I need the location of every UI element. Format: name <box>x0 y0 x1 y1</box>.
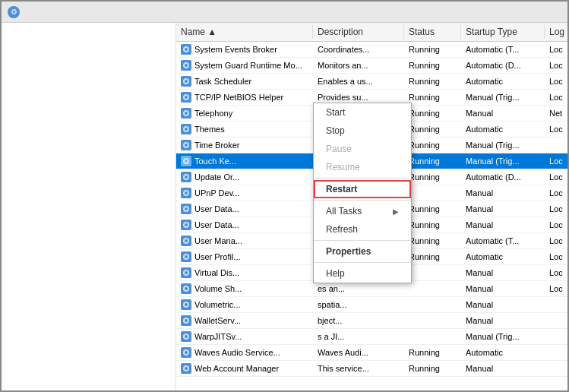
td-startup: Automatic (T... <box>461 43 545 56</box>
td-description: s a JI... <box>313 330 404 343</box>
td-log: Loc <box>545 58 567 72</box>
td-log: Loc <box>545 282 567 296</box>
table-row[interactable]: Web Account Manager This service... Runn… <box>176 361 567 377</box>
separator-3 <box>314 240 411 241</box>
td-status: Running <box>404 74 461 88</box>
td-log <box>545 314 567 327</box>
td-log: Loc <box>545 154 567 168</box>
td-log: Loc <box>545 170 567 184</box>
td-log: Loc <box>545 43 567 56</box>
td-name: Update Or... <box>176 170 313 184</box>
table-row[interactable]: Task Scheduler Enables a us... Running A… <box>176 74 567 90</box>
td-status: Running <box>404 122 461 136</box>
td-name: Telephony <box>176 106 313 120</box>
td-status: Running <box>404 90 461 104</box>
td-name: User Data... <box>176 202 313 216</box>
title-bar-icon: ⚙ <box>8 6 20 18</box>
table-row[interactable]: System Guard Runtime Mo... Monitors an..… <box>176 58 567 74</box>
td-startup: Automatic (D... <box>461 170 545 184</box>
svg-point-31 <box>185 287 188 290</box>
context-menu-help[interactable]: Help <box>314 264 411 283</box>
table-row[interactable]: WalletServ... bject... Manual <box>176 313 567 329</box>
context-menu-stop[interactable]: Stop <box>314 122 411 140</box>
col-name: Name ▲ <box>176 25 313 39</box>
td-status: Running <box>404 218 461 232</box>
td-status: Running <box>404 234 461 248</box>
svg-point-9 <box>185 112 188 115</box>
title-bar: ⚙ <box>2 2 567 23</box>
td-log <box>545 362 567 375</box>
context-menu-restart[interactable]: Restart <box>314 180 411 198</box>
context-menu-refresh[interactable]: Refresh <box>314 220 411 239</box>
td-name: Volume Sh... <box>176 282 313 296</box>
all-tasks-arrow: ▶ <box>393 207 399 216</box>
context-menu-all-tasks[interactable]: All Tasks ▶ <box>314 202 411 220</box>
td-name: Volumetric... <box>176 298 313 311</box>
svg-point-27 <box>185 255 188 258</box>
td-status <box>404 330 461 343</box>
td-status: Running <box>404 250 461 264</box>
main-content: Name ▲ Description Status Startup Type L… <box>2 23 567 390</box>
sidebar <box>2 23 176 390</box>
separator-2 <box>314 200 411 201</box>
td-startup: Manual (Trig... <box>461 330 545 343</box>
td-status: Running <box>404 170 461 184</box>
td-status <box>404 266 461 280</box>
td-log: Loc <box>545 186 567 200</box>
separator-1 <box>314 178 411 179</box>
svg-point-25 <box>185 239 188 242</box>
td-log: Loc <box>545 122 567 136</box>
table-row[interactable]: Volumetric... spatia... Manual <box>176 297 567 313</box>
td-log: Loc <box>545 202 567 216</box>
td-status: Running <box>404 154 461 168</box>
svg-point-5 <box>185 80 188 83</box>
separator-4 <box>314 262 411 263</box>
context-menu-resume: Resume <box>314 158 411 176</box>
col-status: Status <box>404 25 461 39</box>
td-description: Enables a us... <box>313 74 404 88</box>
td-log: Net <box>545 106 567 120</box>
context-menu-properties[interactable]: Properties <box>314 242 411 261</box>
svg-point-11 <box>185 128 188 131</box>
td-log <box>545 346 567 359</box>
td-description: Waves Audi... <box>313 346 404 359</box>
td-startup: Manual <box>461 314 545 327</box>
svg-point-15 <box>185 160 188 163</box>
svg-point-7 <box>185 96 188 99</box>
svg-point-19 <box>185 191 188 194</box>
table-row[interactable]: System Events Broker Coordinates... Runn… <box>176 42 567 58</box>
td-name: Time Broker <box>176 138 313 152</box>
td-log: Loc <box>545 250 567 264</box>
td-description: Monitors an... <box>313 58 404 72</box>
td-startup: Automatic <box>461 346 545 359</box>
td-startup: Manual (Trig... <box>461 90 545 104</box>
td-name: UPnP Dev... <box>176 186 313 200</box>
td-log <box>545 298 567 311</box>
table-row[interactable]: Waves Audio Service... Waves Audi... Run… <box>176 345 567 361</box>
context-menu-start[interactable]: Start <box>314 103 411 122</box>
td-log: Loc <box>545 218 567 232</box>
td-startup: Manual <box>461 202 545 216</box>
td-status <box>404 314 461 327</box>
table-row[interactable]: WarpJITSv... s a JI... Manual (Trig... <box>176 329 567 345</box>
td-startup: Manual <box>461 186 545 200</box>
td-status <box>404 186 461 200</box>
svg-point-17 <box>185 175 188 179</box>
services-window: ⚙ Name ▲ Description Status Startup Type <box>0 0 569 392</box>
svg-point-23 <box>185 223 188 226</box>
table-row[interactable]: Volume Sh... es an... Manual Loc <box>176 281 567 297</box>
td-name: User Profil... <box>176 250 313 264</box>
svg-point-35 <box>185 319 188 322</box>
td-name: Touch Ke... <box>176 154 313 168</box>
td-description: es an... <box>313 282 404 296</box>
context-menu-pause: Pause <box>314 140 411 158</box>
td-startup: Manual <box>461 218 545 232</box>
td-status <box>404 298 461 311</box>
td-startup: Manual (Trig... <box>461 138 545 152</box>
col-description: Description <box>313 25 404 39</box>
td-startup: Manual <box>461 282 545 296</box>
td-status: Running <box>404 138 461 152</box>
td-log <box>545 330 567 343</box>
td-status: Running <box>404 362 461 375</box>
td-status: Running <box>404 202 461 216</box>
